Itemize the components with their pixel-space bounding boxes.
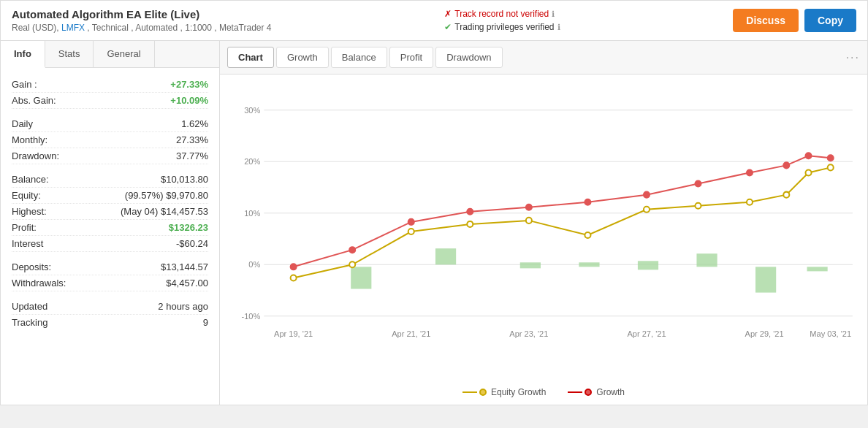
trading-priv-info-icon[interactable]: ℹ — [557, 23, 560, 32]
chart-tab-profit[interactable]: Profit — [389, 47, 433, 68]
svg-point-33 — [467, 209, 473, 215]
svg-rect-16 — [755, 267, 776, 292]
abs-gain-value: +10.09% — [170, 95, 208, 106]
legend-equity-dot — [479, 389, 487, 396]
svg-text:-10%: -10% — [241, 312, 260, 321]
svg-point-26 — [747, 199, 753, 205]
svg-text:Apr 29, '21: Apr 29, '21 — [745, 329, 784, 338]
chart-tab-chart[interactable]: Chart — [227, 47, 274, 68]
svg-point-19 — [349, 261, 355, 267]
page-subtitle: Real (USD), LMFX , Technical , Automated… — [12, 23, 272, 33]
svg-rect-12 — [520, 262, 541, 268]
interest-value: -$60.24 — [176, 238, 208, 249]
svg-text:Apr 23, '21: Apr 23, '21 — [509, 329, 548, 338]
chart-tab-growth[interactable]: Growth — [276, 47, 329, 68]
svg-point-24 — [644, 207, 650, 213]
svg-rect-14 — [638, 261, 658, 270]
chart-legend: Equity Growth Growth — [220, 381, 867, 405]
svg-text:Apr 21, '21: Apr 21, '21 — [392, 329, 430, 338]
monthly-label: Monthly: — [12, 134, 47, 145]
drawdown-value: 37.77% — [176, 150, 208, 161]
svg-point-21 — [467, 221, 473, 227]
highest-label: Highest: — [12, 206, 47, 217]
svg-point-25 — [695, 203, 701, 209]
svg-point-31 — [349, 247, 355, 253]
svg-point-20 — [408, 229, 414, 234]
check-icon: ✔ — [444, 22, 452, 32]
svg-point-29 — [828, 164, 834, 170]
svg-rect-17 — [807, 267, 827, 271]
balance-value: $10,013.80 — [161, 174, 208, 185]
abs-gain-label: Abs. Gain: — [12, 95, 56, 106]
lmfx-link[interactable]: LMFX — [61, 23, 85, 33]
trading-priv-status: ✔ Trading privileges verified ℹ — [444, 22, 560, 32]
daily-value: 1.62% — [181, 118, 208, 129]
svg-text:Apr 19, '21: Apr 19, '21 — [274, 329, 313, 338]
svg-rect-11 — [435, 248, 456, 264]
updated-label: Updated — [12, 301, 47, 312]
svg-rect-13 — [579, 262, 599, 267]
svg-point-23 — [585, 232, 590, 238]
svg-point-41 — [828, 155, 834, 161]
chart-tab-balance[interactable]: Balance — [331, 47, 387, 68]
gain-label: Gain : — [12, 79, 37, 90]
svg-rect-10 — [351, 267, 371, 288]
svg-text:Apr 27, '21: Apr 27, '21 — [627, 329, 666, 338]
track-record-info-icon[interactable]: ℹ — [552, 9, 555, 19]
daily-label: Daily — [12, 118, 33, 129]
svg-point-40 — [805, 153, 811, 158]
svg-point-30 — [291, 264, 297, 270]
svg-point-22 — [526, 218, 532, 223]
svg-point-34 — [526, 205, 532, 210]
tab-stats[interactable]: Stats — [45, 41, 94, 67]
legend-equity-growth: Equity Growth — [462, 387, 546, 397]
legend-equity-line — [462, 391, 477, 393]
svg-point-32 — [408, 219, 414, 225]
svg-point-38 — [747, 169, 753, 175]
monthly-value: 27.33% — [176, 134, 208, 145]
svg-point-37 — [695, 181, 701, 187]
chart-area: 30% 20% 10% 0% -10% — [220, 74, 867, 381]
svg-text:0%: 0% — [248, 260, 260, 269]
copy-button[interactable]: Copy — [804, 9, 856, 32]
svg-point-18 — [291, 275, 297, 280]
tab-info[interactable]: Info — [1, 41, 45, 68]
tab-general[interactable]: General — [94, 41, 154, 67]
svg-text:20%: 20% — [244, 157, 260, 166]
withdrawals-value: $4,457.00 — [166, 278, 208, 288]
legend-growth: Growth — [568, 387, 625, 397]
svg-point-39 — [783, 162, 789, 168]
withdrawals-label: Withdrawals: — [12, 278, 66, 288]
updated-value: 2 hours ago — [158, 301, 208, 312]
svg-point-36 — [644, 192, 650, 198]
deposits-label: Deposits: — [12, 261, 51, 272]
track-record-status: ✗ Track record not verified ℹ — [444, 9, 560, 19]
tracking-label: Tracking — [12, 317, 47, 328]
svg-text:10%: 10% — [244, 209, 260, 218]
profit-label: Profit: — [12, 222, 37, 233]
chart-tab-drawdown[interactable]: Drawdown — [435, 47, 502, 68]
chart-more-button[interactable]: ··· — [846, 51, 860, 64]
profit-value: $1326.23 — [169, 222, 208, 233]
svg-text:30%: 30% — [244, 106, 260, 115]
svg-text:May 03, '21: May 03, '21 — [810, 329, 851, 338]
svg-point-27 — [783, 192, 789, 198]
svg-rect-15 — [696, 253, 717, 267]
svg-point-28 — [805, 169, 811, 175]
legend-growth-dot — [585, 389, 592, 396]
svg-point-35 — [585, 199, 590, 205]
deposits-value: $13,144.57 — [161, 261, 208, 272]
discuss-button[interactable]: Discuss — [733, 9, 799, 32]
page-title: Automated Algorithm EA Elite (Live) — [12, 8, 272, 20]
equity-value: (99.57%) $9,970.80 — [125, 190, 208, 201]
interest-label: Interest — [12, 238, 43, 249]
x-icon: ✗ — [444, 9, 452, 19]
balance-label: Balance: — [12, 174, 49, 185]
gain-value: +27.33% — [170, 79, 208, 90]
highest-value: (May 04) $14,457.53 — [121, 206, 208, 217]
drawdown-label: Drawdown: — [12, 150, 59, 161]
legend-growth-line — [568, 391, 582, 393]
equity-label: Equity: — [12, 190, 41, 201]
tracking-value: 9 — [203, 317, 208, 328]
